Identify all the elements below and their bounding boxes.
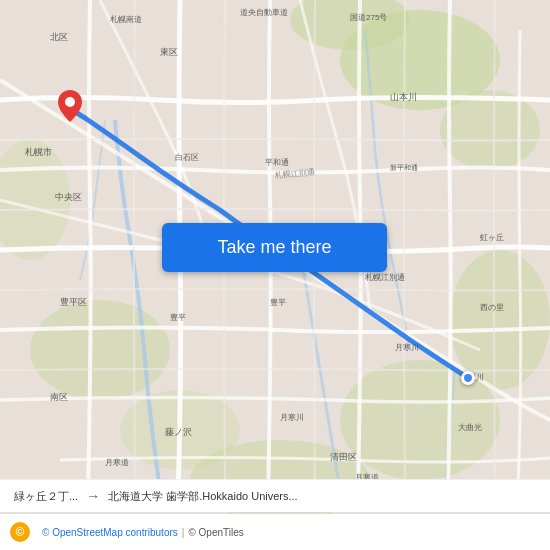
svg-text:豊平区: 豊平区	[60, 297, 87, 307]
svg-text:大曲光: 大曲光	[458, 423, 482, 432]
moovit-logo: ©	[10, 522, 34, 542]
svg-text:月寒道: 月寒道	[105, 458, 129, 467]
svg-text:月寒川: 月寒川	[395, 343, 419, 352]
moovit-logo-circle: ©	[10, 522, 30, 542]
svg-point-3	[440, 90, 540, 170]
route-from: 緑ヶ丘２丁...	[14, 489, 78, 504]
origin-marker	[58, 90, 82, 126]
svg-text:道央自動車道: 道央自動車道	[240, 8, 288, 17]
svg-text:札幌江別通: 札幌江別通	[365, 273, 405, 282]
svg-point-38	[65, 97, 75, 107]
separator: |	[182, 527, 185, 538]
moovit-logo-letter: ©	[16, 525, 25, 539]
svg-text:国道275号: 国道275号	[350, 13, 387, 22]
openstreetmap-link[interactable]: © OpenStreetMap contributors	[42, 527, 178, 538]
svg-text:新平和通: 新平和通	[390, 164, 418, 171]
svg-text:西の里: 西の里	[480, 303, 504, 312]
svg-text:月寒川: 月寒川	[280, 413, 304, 422]
svg-text:豊平: 豊平	[170, 313, 186, 322]
attribution-text: © OpenStreetMap contributors | © OpenTil…	[42, 527, 244, 538]
svg-text:豊平: 豊平	[270, 298, 286, 307]
svg-text:平和通: 平和通	[265, 158, 289, 167]
map-svg: 北区 東区 札幌市 中央区 白石区 平和通 山本川 新平和通 豊平区 豊平 豊平…	[0, 0, 550, 550]
opentiles-credit: © OpenTiles	[188, 527, 243, 538]
route-to: 北海道大学 歯学部.Hokkaido Univers...	[108, 489, 297, 504]
svg-text:山本川: 山本川	[390, 92, 417, 102]
svg-text:虹ヶ丘: 虹ヶ丘	[480, 233, 504, 242]
map-container: 北区 東区 札幌市 中央区 白石区 平和通 山本川 新平和通 豊平区 豊平 豊平…	[0, 0, 550, 550]
destination-marker	[461, 371, 475, 385]
route-info-bar: 緑ヶ丘２丁... → 北海道大学 歯学部.Hokkaido Univers...	[0, 479, 550, 512]
attribution-bar: © © OpenStreetMap contributors | © OpenT…	[0, 513, 550, 550]
svg-text:白石区: 白石区	[175, 153, 199, 162]
svg-text:北区: 北区	[50, 32, 68, 42]
route-arrow: →	[86, 488, 100, 504]
svg-text:藤ノ沢: 藤ノ沢	[165, 427, 192, 437]
svg-text:清田区: 清田区	[330, 452, 357, 462]
svg-text:札幌南道: 札幌南道	[110, 15, 142, 24]
svg-text:東区: 東区	[160, 47, 178, 57]
svg-text:南区: 南区	[50, 392, 68, 402]
svg-text:札幌市: 札幌市	[25, 147, 52, 157]
take-me-there-button[interactable]: Take me there	[162, 223, 387, 272]
svg-text:中央区: 中央区	[55, 192, 82, 202]
take-me-there-label: Take me there	[217, 237, 331, 258]
